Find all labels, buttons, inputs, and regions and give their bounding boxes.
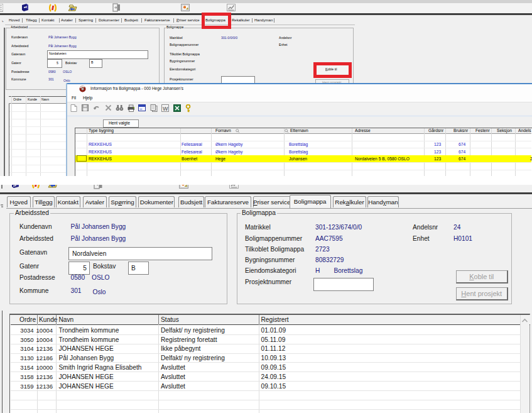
svg-text:W: W bbox=[163, 106, 168, 112]
